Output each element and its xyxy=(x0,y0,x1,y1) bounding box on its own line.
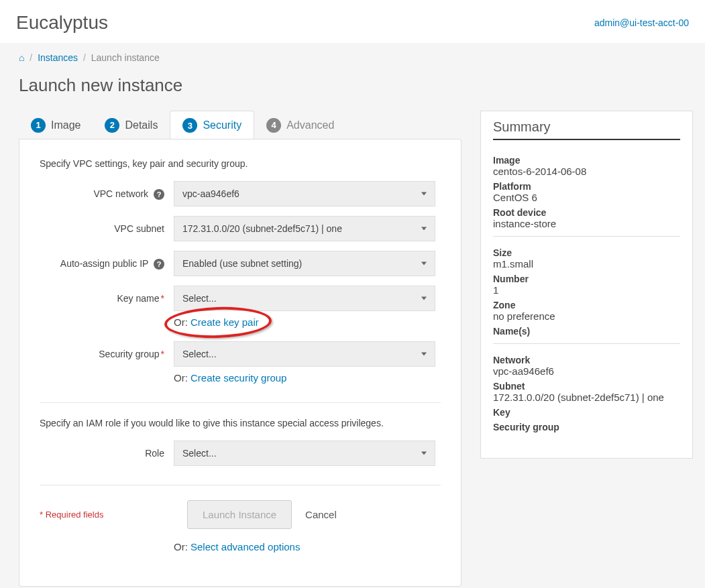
tab-details[interactable]: 2 Details xyxy=(93,111,170,139)
summary-image-value: centos-6-2014-06-08 xyxy=(493,166,680,177)
summary-zone-label: Zone xyxy=(493,300,680,310)
vpc-network-label: VPC network ? xyxy=(40,188,174,200)
select-advanced-options-link[interactable]: Select advanced options xyxy=(191,541,300,552)
summary-rootdev-value: instance-store xyxy=(493,218,680,229)
auto-assign-ip-select[interactable]: Enabled (use subnet setting) xyxy=(174,251,435,276)
tab-num: 1 xyxy=(31,118,46,133)
vpc-subnet-label: VPC subnet xyxy=(40,223,174,234)
summary-title: Summary xyxy=(493,119,680,140)
tab-label: Details xyxy=(125,119,158,131)
user-link[interactable]: admin@ui-test-acct-00 xyxy=(594,17,689,28)
iam-intro-text: Specify an IAM role if you would like to… xyxy=(40,418,441,428)
create-security-group-link[interactable]: Create security group xyxy=(191,372,286,384)
help-icon[interactable]: ? xyxy=(154,259,164,270)
summary-size-value: m1.small xyxy=(493,258,680,270)
wizard-tabs: 1 Image 2 Details 3 Security 4 Advanced xyxy=(19,111,462,139)
tab-label: Advanced xyxy=(286,119,334,131)
summary-subnet-label: Subnet xyxy=(493,381,680,392)
sg-or-row: Or: Create security group xyxy=(174,372,441,384)
breadcrumb-instances[interactable]: Instances xyxy=(38,52,78,63)
security-group-select[interactable]: Select... xyxy=(174,341,435,367)
key-name-select[interactable]: Select... xyxy=(174,286,435,311)
role-select[interactable]: Select... xyxy=(174,440,435,466)
summary-number-value: 1 xyxy=(493,284,680,296)
tab-advanced[interactable]: 4 Advanced xyxy=(254,111,346,139)
summary-panel: Summary Image centos-6-2014-06-08 Platfo… xyxy=(480,111,693,459)
breadcrumb-sep: / xyxy=(30,52,32,63)
vpc-network-select[interactable]: vpc-aa946ef6 xyxy=(174,181,435,207)
summary-platform-label: Platform xyxy=(493,181,680,192)
brand: Eucalyptus xyxy=(16,12,108,34)
summary-image-label: Image xyxy=(493,155,680,166)
home-icon[interactable]: ⌂ xyxy=(19,52,24,63)
page-title: Launch new instance xyxy=(0,66,705,111)
tab-num: 2 xyxy=(105,118,119,133)
summary-names-label: Name(s) xyxy=(493,326,680,337)
summary-network-value: vpc-aa946ef6 xyxy=(493,365,680,377)
help-icon[interactable]: ? xyxy=(154,189,164,200)
advanced-or-row: Or: Select advanced options xyxy=(174,541,441,552)
breadcrumb-current: Launch instance xyxy=(91,52,160,63)
divider xyxy=(40,402,441,403)
summary-sg-label: Security group xyxy=(493,422,680,432)
summary-platform-value: CentOS 6 xyxy=(493,192,680,203)
launch-instance-button[interactable]: Launch Instance xyxy=(187,500,292,529)
divider xyxy=(40,485,441,485)
tab-label: Image xyxy=(51,119,80,131)
tab-num: 3 xyxy=(182,118,197,133)
summary-rootdev-label: Root device xyxy=(493,207,680,218)
summary-zone-value: no preference xyxy=(493,310,680,322)
tab-panel: Specify VPC settings, key pair and secur… xyxy=(19,139,462,587)
breadcrumb-sep: / xyxy=(83,52,86,63)
create-key-pair-link[interactable]: Create key pair xyxy=(191,316,259,328)
summary-number-label: Number xyxy=(493,274,680,284)
top-bar: Eucalyptus admin@ui-test-acct-00 xyxy=(0,0,705,43)
breadcrumb: ⌂ / Instances / Launch instance xyxy=(0,43,705,66)
role-label: Role xyxy=(40,448,174,459)
cancel-button[interactable]: Cancel xyxy=(305,509,337,520)
required-note: * Required fields xyxy=(40,510,174,520)
key-name-label: Key name* xyxy=(40,293,174,304)
vpc-subnet-select[interactable]: 172.31.0.0/20 (subnet-2def5c71) | one xyxy=(174,216,435,241)
summary-network-label: Network xyxy=(493,355,680,365)
summary-key-label: Key xyxy=(493,407,680,418)
tab-label: Security xyxy=(203,119,241,131)
tab-security[interactable]: 3 Security xyxy=(170,111,254,139)
intro-text: Specify VPC settings, key pair and secur… xyxy=(40,158,441,169)
summary-subnet-value: 172.31.0.0/20 (subnet-2def5c71) | one xyxy=(493,392,680,403)
tab-image[interactable]: 1 Image xyxy=(19,111,93,139)
summary-size-label: Size xyxy=(493,247,680,258)
auto-assign-ip-label: Auto-assign public IP ? xyxy=(40,258,174,270)
security-group-label: Security group* xyxy=(40,349,174,359)
tab-num: 4 xyxy=(266,118,281,133)
key-or-row: Or: Create key pair xyxy=(174,316,441,328)
